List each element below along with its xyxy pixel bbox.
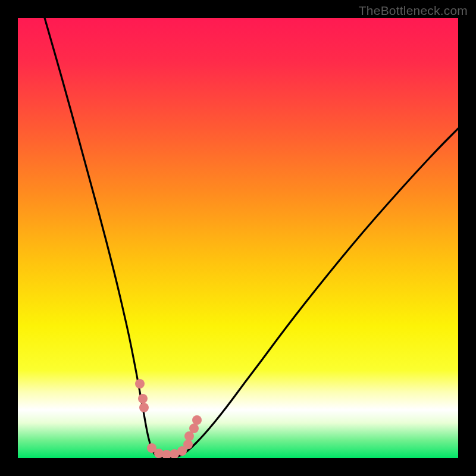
watermark-text: TheBottleneck.com: [359, 4, 468, 18]
chart-frame: TheBottleneck.com: [0, 0, 476, 476]
marker-point: [189, 424, 199, 433]
plot-area: [18, 18, 458, 458]
marker-point: [183, 440, 193, 449]
marker-point: [135, 379, 145, 389]
marker-point: [192, 415, 202, 425]
plot-svg: [18, 18, 458, 458]
marker-point: [139, 403, 149, 412]
marker-point: [138, 394, 148, 403]
